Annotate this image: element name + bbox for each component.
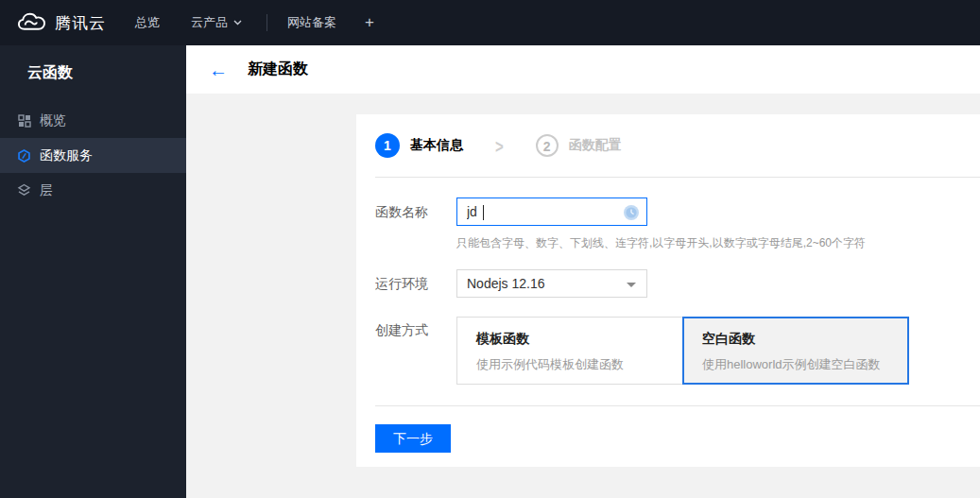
sidebar-item-label: 层 xyxy=(40,182,53,199)
function-name-helper-text: 只能包含字母、数字、下划线、连字符,以字母开头,以数字或字母结尾,2~60个字符 xyxy=(456,235,866,251)
creation-method-label: 创建方式 xyxy=(375,317,456,385)
option-description: 使用helloworld示例创建空白函数 xyxy=(702,356,907,373)
option-blank-function[interactable]: 空白函数 使用helloworld示例创建空白函数 xyxy=(682,317,909,385)
sidebar-item-label: 概览 xyxy=(40,112,66,129)
step-number-badge: 1 xyxy=(375,133,400,158)
option-description: 使用示例代码模板创建函数 xyxy=(476,356,682,373)
form-row-creation-method: 创建方式 模板函数 使用示例代码模板创建函数 空白函数 使用helloworld… xyxy=(375,317,980,385)
function-icon xyxy=(17,148,31,163)
cloud-logo-icon xyxy=(17,11,46,34)
sidebar-item-layers[interactable]: 层 xyxy=(0,173,186,208)
content-area: 1 基本信息 > 2 函数配置 函数名称 xyxy=(186,94,980,498)
option-template-function[interactable]: 模板函数 使用示例代码模板创建函数 xyxy=(456,317,683,385)
divider xyxy=(375,405,980,406)
creation-method-options: 模板函数 使用示例代码模板创建函数 空白函数 使用helloworld示例创建空… xyxy=(456,317,909,385)
tencent-cloud-logo[interactable]: 腾讯云 xyxy=(17,11,106,34)
sidebar-item-label: 函数服务 xyxy=(40,147,93,164)
sidebar-item-overview[interactable]: 概览 xyxy=(0,103,186,138)
page-header: ← 新建函数 xyxy=(186,45,980,94)
sidebar-item-function-service[interactable]: 函数服务 xyxy=(0,138,186,173)
create-function-form: 函数名称 只能包含 xyxy=(356,197,980,385)
add-tab-button[interactable]: + xyxy=(365,13,374,32)
back-arrow-icon[interactable]: ← xyxy=(209,60,228,79)
function-name-label: 函数名称 xyxy=(375,197,456,251)
brand-name: 腾讯云 xyxy=(55,12,106,34)
nav-divider xyxy=(266,14,267,31)
sidebar: 云函数 概览 函数服务 xyxy=(0,45,186,498)
option-title: 空白函数 xyxy=(702,331,907,348)
page-title: 新建函数 xyxy=(248,60,308,79)
chevron-down-icon xyxy=(233,20,242,26)
form-row-runtime: 运行环境 Nodejs 12.16 xyxy=(375,269,980,298)
function-name-field-box xyxy=(456,197,647,226)
create-function-card: 1 基本信息 > 2 函数配置 函数名称 xyxy=(356,114,980,467)
sidebar-nav: 概览 函数服务 层 xyxy=(0,103,186,208)
runtime-label: 运行环境 xyxy=(375,269,456,298)
option-title: 模板函数 xyxy=(476,331,682,348)
text-cursor xyxy=(483,205,484,220)
grid-icon xyxy=(17,113,31,128)
runtime-selected-value: Nodejs 12.16 xyxy=(467,276,545,291)
divider xyxy=(375,177,980,178)
topbar: 腾讯云 总览 云产品 网站备案 + xyxy=(0,0,980,45)
step-label: 基本信息 xyxy=(410,137,463,154)
nav-icp-filing[interactable]: 网站备案 xyxy=(287,14,336,31)
sidebar-title: 云函数 xyxy=(0,45,186,83)
step-basic-info: 1 基本信息 xyxy=(375,133,463,158)
form-row-function-name: 函数名称 只能包含 xyxy=(375,197,980,251)
dropdown-caret-icon xyxy=(627,283,636,287)
nav-overview[interactable]: 总览 xyxy=(135,14,160,31)
top-navigation: 总览 云产品 网站备案 + xyxy=(106,13,374,32)
step-label: 函数配置 xyxy=(569,137,622,154)
nav-cloud-products[interactable]: 云产品 xyxy=(191,14,242,31)
wizard-steps: 1 基本信息 > 2 函数配置 xyxy=(356,114,980,177)
step-function-config: 2 函数配置 xyxy=(536,134,622,157)
next-step-button[interactable]: 下一步 xyxy=(375,424,451,453)
runtime-select[interactable]: Nodejs 12.16 xyxy=(456,269,647,298)
layers-icon xyxy=(17,183,31,197)
step-chevron-icon: > xyxy=(495,135,504,156)
function-name-input[interactable] xyxy=(457,198,609,225)
clock-icon xyxy=(623,204,640,225)
step-number-badge: 2 xyxy=(536,134,559,157)
